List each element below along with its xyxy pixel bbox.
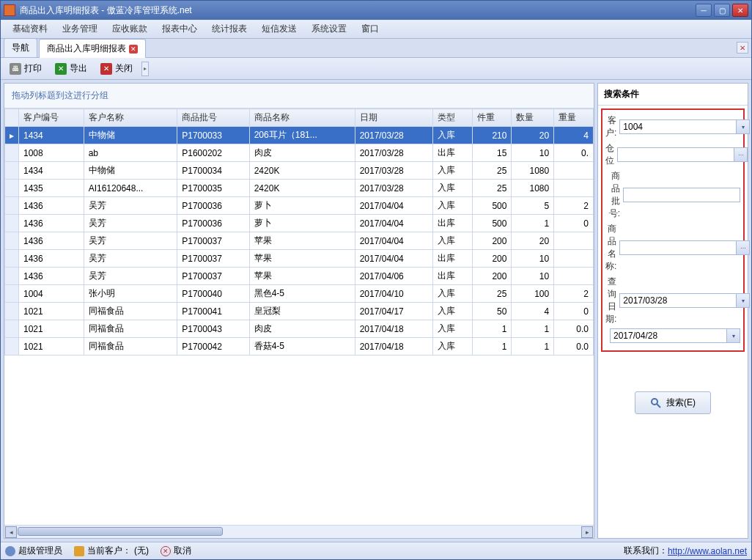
row-handle[interactable] [5,197,19,215]
cell: 入库 [432,320,472,338]
row-handle[interactable]: ▸ [5,127,19,144]
tabbar-close-icon[interactable]: ✕ [737,42,748,54]
cell: 10 [512,144,554,162]
print-label: 打印 [24,62,42,75]
cell: 入库 [432,180,472,197]
row-handle[interactable] [5,180,19,197]
cell: 同福食品 [84,338,177,355]
cell: 200 [472,250,512,268]
row-handle[interactable] [5,285,19,303]
table-row[interactable]: 1436吴芳P1700037苹果2017/04/04出库20010 [5,250,594,268]
cancel-button[interactable]: ✕ 取消 [161,545,191,557]
tab-close-icon[interactable]: ✕ [129,45,138,54]
cell: 210 [472,127,512,144]
table-row[interactable]: 1008abP1600202肉皮2017/03/28出库15100. [5,144,594,162]
input-batch[interactable] [623,188,740,202]
row-handle[interactable] [5,338,19,355]
print-button[interactable]: 🖶 打印 [5,60,46,77]
toolbar-expander-icon[interactable]: ▸ [141,62,149,76]
menu-系统设置[interactable]: 系统设置 [304,20,354,38]
cell: 0.0 [554,338,594,355]
menu-窗口[interactable]: 窗口 [354,20,386,38]
cell: P1700037 [177,232,249,250]
col-日期[interactable]: 日期 [355,109,432,127]
cell: 中物储 [84,127,177,144]
row-handle[interactable] [5,162,19,180]
input-date_from[interactable] [619,293,737,308]
tab-导航[interactable]: 导航 [4,38,37,57]
row-handle[interactable] [5,320,19,338]
tab-商品出入库明细报表[interactable]: 商品出入库明细报表✕ [39,39,146,58]
table-row[interactable]: ▸1434中物储P1700033206耳片（181...2017/03/28入库… [5,127,594,144]
horizontal-scrollbar[interactable]: ◂ ▸ [4,525,594,538]
col-重量[interactable]: 重量 [554,109,594,127]
cell: 香菇4-5 [249,338,355,355]
col-商品名称[interactable]: 商品名称 [249,109,355,127]
row-handle[interactable] [5,232,19,250]
dropdown-date_to[interactable]: ▾ [727,328,740,343]
input-customer[interactable] [619,119,737,134]
maximize-button[interactable]: ▢ [714,4,730,17]
menu-报表中心[interactable]: 报表中心 [155,20,204,38]
dropdown-product[interactable]: ⋯ [737,240,750,255]
cell [554,250,594,268]
menu-业务管理[interactable]: 业务管理 [55,20,105,38]
customer-icon [74,546,84,556]
cell: 20 [512,232,554,250]
dropdown-warehouse[interactable]: ⋯ [734,147,748,162]
cancel-icon: ✕ [161,546,171,556]
col-件重[interactable]: 件重 [472,109,512,127]
scroll-left-icon[interactable]: ◂ [5,526,17,538]
table-row[interactable]: 1436吴芳P1700036萝卜2017/04/04入库50052 [5,197,594,215]
cell: 2017/04/04 [355,232,432,250]
table-row[interactable]: 1436吴芳P1700036萝卜2017/04/04出库50010 [5,215,594,232]
close-button[interactable]: ✕ 关闭 [96,60,137,77]
menu-基础资料[interactable]: 基础资料 [5,20,55,38]
cell: 2017/04/10 [355,285,432,303]
table-row[interactable]: 1434中物储P17000342420K2017/03/28入库251080 [5,162,594,180]
table-row[interactable]: 1435AI16120648...P17000352420K2017/03/28… [5,180,594,197]
cell: 肉皮 [249,320,355,338]
menu-短信发送[interactable]: 短信发送 [254,20,304,38]
input-date_to[interactable] [610,328,727,343]
group-hint[interactable]: 拖动列标题到这进行分组 [4,84,594,108]
app-icon [4,4,15,16]
table-row[interactable]: 1004张小明P1700040黑色4-52017/04/10入库251002 [5,285,594,303]
table-row[interactable]: 1436吴芳P1700037苹果2017/04/06出库20010 [5,268,594,285]
table-row[interactable]: 1021同福食品P1700043肉皮2017/04/18入库110.0 [5,320,594,338]
col-数量[interactable]: 数量 [512,109,554,127]
col-商品批号[interactable]: 商品批号 [177,109,249,127]
cell: 200 [472,268,512,285]
dropdown-date_from[interactable]: ▾ [737,293,750,308]
scroll-thumb[interactable] [18,527,223,536]
svg-point-0 [652,399,657,405]
input-warehouse[interactable] [617,147,734,162]
col-类型[interactable]: 类型 [432,109,472,127]
menu-统计报表[interactable]: 统计报表 [204,20,254,38]
app-window: 商品出入库明细报表 - 傲蓝冷库管理系统.net ─ ▢ ✕ 基础资料业务管理应… [0,0,752,560]
window-close-button[interactable]: ✕ [732,4,748,17]
data-grid[interactable]: 客户编号客户名称商品批号商品名称日期类型件重数量重量 ▸1434中物储P1700… [4,108,594,525]
search-button[interactable]: 搜索(E) [635,391,711,414]
field-batch: 商品批号: [605,170,740,220]
input-product[interactable] [619,240,737,255]
table-row[interactable]: 1021同福食品P1700041皇冠梨2017/04/17入库5040 [5,303,594,320]
row-handle[interactable] [5,144,19,162]
header-row: 客户编号客户名称商品批号商品名称日期类型件重数量重量 [5,109,594,127]
field-warehouse: 仓位⋯ [605,142,740,167]
row-handle[interactable] [5,215,19,232]
row-handle[interactable] [5,268,19,285]
menu-应收账款[interactable]: 应收账款 [105,20,155,38]
row-handle[interactable] [5,250,19,268]
dropdown-customer[interactable]: ▾ [737,119,750,134]
table-row[interactable]: 1436吴芳P1700037苹果2017/04/04入库20020 [5,232,594,250]
col-客户编号[interactable]: 客户编号 [19,109,84,127]
row-handle[interactable] [5,303,19,320]
export-button[interactable]: ✕ 导出 [51,60,92,77]
contact-link[interactable]: http://www.aolan.net [668,546,747,556]
col-客户名称[interactable]: 客户名称 [84,109,177,127]
menubar: 基础资料业务管理应收账款报表中心统计报表短信发送系统设置窗口 [1,20,751,39]
scroll-right-icon[interactable]: ▸ [581,526,593,538]
minimize-button[interactable]: ─ [696,4,712,17]
table-row[interactable]: 1021同福食品P1700042香菇4-52017/04/18入库110.0 [5,338,594,355]
